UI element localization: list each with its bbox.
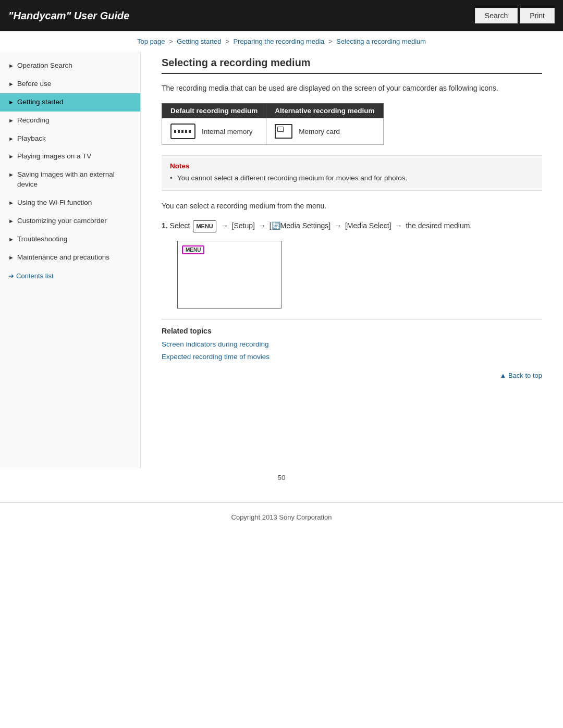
sidebar-item-maintenance[interactable]: ► Maintenance and precautions [0, 249, 140, 267]
table-header-default: Default recording medium [162, 104, 266, 118]
arrow-icon: ► [8, 98, 14, 106]
sidebar-label: Playback [17, 134, 46, 144]
contents-list-link-container: ➔ Contents list [0, 267, 140, 283]
related-link-1[interactable]: Screen indicators during recording [162, 338, 542, 351]
arrow-icon: ► [8, 62, 14, 70]
arrow-icon: ► [8, 236, 14, 243]
screenshot-preview: MENU [177, 241, 282, 309]
sidebar-label: Before use [17, 79, 51, 89]
intro-paragraph: The recording media that can be used are… [162, 82, 542, 94]
breadcrumb-top[interactable]: Top page [137, 38, 165, 45]
header-buttons: Search Print [475, 8, 555, 23]
select-paragraph: You can select a recording medium from t… [162, 200, 542, 212]
related-topics-section: Related topics Screen indicators during … [162, 319, 542, 364]
internal-memory-label: Internal memory [202, 128, 253, 135]
sidebar-item-playing-images[interactable]: ► Playing images on a TV [0, 147, 140, 166]
arrow-icon: ► [8, 199, 14, 207]
step-text-media-select: [Media Select] [345, 221, 391, 230]
sidebar: ► Operation Search ► Before use ► Gettin… [0, 52, 141, 468]
notes-box: Notes You cannot select a different reco… [162, 155, 542, 190]
page-header: "Handycam" User Guide Search Print [0, 0, 563, 31]
sidebar-label: Saving images with an external device [17, 170, 132, 190]
notes-list: You cannot select a different recording … [170, 173, 534, 183]
sidebar-item-saving-images[interactable]: ► Saving images with an external device [0, 166, 140, 194]
copyright-text: Copyright 2013 Sony Corporation [231, 513, 332, 521]
sidebar-label: Recording [17, 116, 50, 126]
step-text-media-settings: [🔄Media Settings] [270, 221, 331, 230]
recording-medium-table: Default recording medium Alternative rec… [162, 103, 384, 145]
step-arrow4: → [395, 221, 405, 230]
sidebar-item-wifi[interactable]: ► Using the Wi-Fi function [0, 194, 140, 212]
footer: Copyright 2013 Sony Corporation [0, 502, 563, 532]
notes-label: Notes [170, 162, 534, 170]
arrow-right-icon: ➔ [8, 272, 14, 280]
arrow-icon: ► [8, 153, 14, 161]
step-text-setup: [Setup] [232, 221, 255, 230]
page-title: Selecting a recording medium [162, 57, 542, 74]
sidebar-label: Troubleshooting [17, 235, 67, 244]
sidebar-item-troubleshooting[interactable]: ► Troubleshooting [0, 230, 140, 249]
sidebar-label: Customizing your camcorder [17, 216, 107, 226]
sidebar-item-recording[interactable]: ► Recording [0, 112, 140, 130]
alternative-medium-cell: Memory card [275, 124, 374, 139]
breadcrumb-sep3: > [328, 38, 334, 45]
table-cell-alternative: Memory card [266, 118, 383, 145]
related-link-2[interactable]: Expected recording time of movies [162, 351, 542, 363]
step-arrow2: → [259, 221, 268, 230]
back-to-top-link[interactable]: ▲ Back to top [499, 372, 542, 379]
step-arrow1: → [221, 221, 230, 230]
sidebar-item-customizing[interactable]: ► Customizing your camcorder [0, 212, 140, 230]
contents-list-label: Contents list [16, 272, 54, 280]
arrow-icon: ► [8, 217, 14, 225]
arrow-icon: ► [8, 171, 14, 179]
arrow-icon: ► [8, 135, 14, 143]
breadcrumb-sep2: > [225, 38, 231, 45]
menu-button-inline: MENU [193, 220, 216, 232]
sidebar-label: Maintenance and precautions [17, 253, 109, 263]
notes-item: You cannot select a different recording … [170, 173, 534, 183]
main-content: Selecting a recording medium The recordi… [141, 52, 563, 468]
sidebar-item-before-use[interactable]: ► Before use [0, 75, 140, 93]
breadcrumb-current[interactable]: Selecting a recording medium [336, 38, 426, 45]
memory-card-icon [275, 124, 292, 139]
memory-card-label: Memory card [299, 128, 340, 135]
sidebar-label: Operation Search [17, 61, 72, 71]
table-cell-default: Internal memory [162, 118, 266, 145]
breadcrumb-preparing[interactable]: Preparing the recording media [233, 38, 324, 45]
page-number: 50 [0, 468, 563, 487]
breadcrumb: Top page > Getting started > Preparing t… [0, 31, 563, 52]
print-button[interactable]: Print [520, 8, 555, 23]
table-header-alternative: Alternative recording medium [266, 104, 383, 118]
breadcrumb-sep1: > [169, 38, 175, 45]
step-text-select: Select [170, 221, 192, 230]
breadcrumb-getting-started[interactable]: Getting started [177, 38, 221, 45]
back-to-top: ▲ Back to top [162, 372, 542, 379]
sidebar-item-operation-search[interactable]: ► Operation Search [0, 57, 140, 75]
sidebar-item-playback[interactable]: ► Playback [0, 130, 140, 148]
contents-list-link[interactable]: ➔ Contents list [8, 272, 132, 280]
step-arrow3: → [334, 221, 344, 230]
main-layout: ► Operation Search ► Before use ► Gettin… [0, 52, 563, 468]
sidebar-item-getting-started[interactable]: ► Getting started [0, 93, 140, 112]
related-topics-label: Related topics [162, 327, 542, 335]
search-button[interactable]: Search [475, 8, 518, 23]
step-instruction: 1. Select MENU → [Setup] → [🔄Media Setti… [162, 220, 542, 232]
arrow-icon: ► [8, 117, 14, 125]
internal-memory-icon [170, 124, 195, 139]
arrow-icon: ► [8, 254, 14, 262]
step-text-desired: the desired medium. [406, 221, 472, 230]
default-medium-cell: Internal memory [170, 124, 258, 139]
step-number: 1. [162, 221, 168, 230]
sidebar-label: Using the Wi-Fi function [17, 198, 92, 208]
screenshot-menu-label: MENU [182, 245, 204, 254]
table-row: Internal memory Memory card [162, 118, 384, 145]
sidebar-label: Playing images on a TV [17, 152, 91, 162]
site-title: "Handycam" User Guide [8, 10, 129, 22]
sidebar-label: Getting started [17, 97, 64, 107]
arrow-icon: ► [8, 80, 14, 88]
